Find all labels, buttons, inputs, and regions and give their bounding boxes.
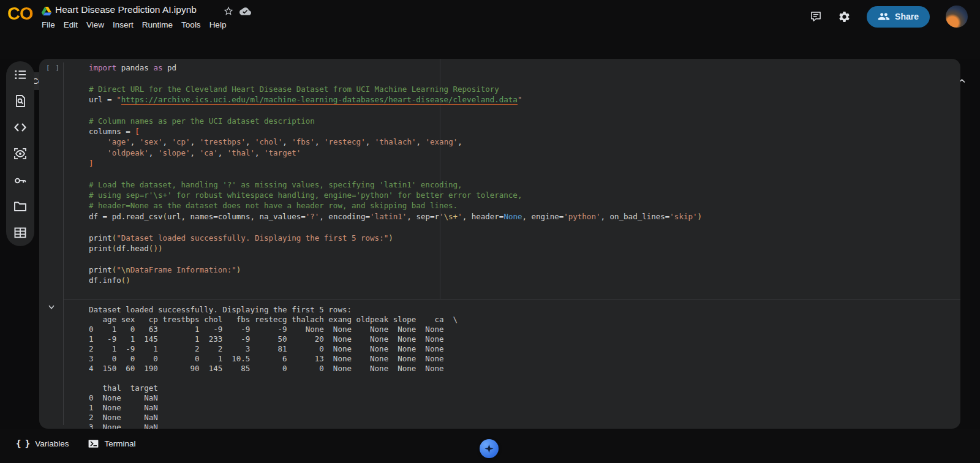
- colab-app-window: CO Heart Disease Prediction AI.ipynb Fil…: [0, 0, 980, 463]
- collapse-output-chevron-icon[interactable]: [47, 302, 56, 312]
- comments-icon[interactable]: [810, 10, 822, 23]
- share-button[interactable]: Share: [867, 6, 930, 28]
- menu-view[interactable]: View: [86, 20, 104, 29]
- table-of-contents-icon[interactable]: [13, 67, 28, 82]
- left-sidebar: [6, 61, 34, 246]
- header-actions: Share: [810, 6, 968, 28]
- menu-file[interactable]: File: [42, 20, 55, 29]
- cell-gutter-line: [63, 62, 64, 425]
- colab-logo[interactable]: CO: [7, 4, 33, 24]
- notebook-panel: [ ] import pandas as pd # Direct URL for…: [39, 59, 960, 429]
- secrets-key-icon[interactable]: [13, 173, 28, 187]
- menu-edit[interactable]: Edit: [64, 20, 78, 29]
- settings-gear-icon[interactable]: [838, 10, 851, 23]
- menu-runtime[interactable]: Runtime: [142, 20, 173, 29]
- variables-label: Variables: [35, 439, 69, 448]
- gemini-spark-button[interactable]: [480, 439, 499, 458]
- user-avatar[interactable]: [946, 6, 968, 28]
- cell-run-indicator[interactable]: [ ]: [46, 64, 60, 72]
- notebook-title[interactable]: Heart Disease Prediction AI.ipynb: [55, 4, 197, 15]
- header-bar: CO Heart Disease Prediction AI.ipynb Fil…: [0, 0, 980, 36]
- terminal-icon: [88, 438, 99, 450]
- notebook-toolbar: Commands Code Text Run all Connect: [0, 36, 980, 59]
- menu-tools[interactable]: Tools: [181, 20, 201, 29]
- share-label: Share: [895, 12, 919, 21]
- cell-output-text: Dataset loaded successfully. Displaying …: [89, 305, 458, 429]
- menu-insert[interactable]: Insert: [113, 20, 134, 29]
- ai-scan-eye-icon[interactable]: [13, 146, 28, 161]
- code-editor[interactable]: import pandas as pd # Direct URL for the…: [89, 62, 702, 285]
- code-snippets-icon[interactable]: [13, 120, 28, 135]
- braces-icon: { }: [16, 439, 29, 448]
- menu-help[interactable]: Help: [209, 20, 227, 29]
- people-icon: [878, 10, 890, 23]
- menu-bar: File Edit View Insert Runtime Tools Help: [42, 20, 226, 29]
- terminal-button[interactable]: Terminal: [88, 435, 136, 452]
- google-drive-icon: [41, 6, 52, 17]
- files-folder-icon[interactable]: [13, 199, 28, 214]
- cloud-saved-icon[interactable]: [239, 6, 251, 17]
- output-divider: [63, 299, 960, 299]
- data-table-icon[interactable]: [13, 225, 28, 240]
- star-icon[interactable]: [223, 6, 234, 17]
- spark-icon: [484, 443, 494, 454]
- terminal-label: Terminal: [105, 439, 136, 448]
- find-replace-icon[interactable]: [13, 94, 28, 108]
- bottom-bar-items: { } Variables Terminal: [16, 435, 136, 452]
- variables-button[interactable]: { } Variables: [16, 435, 69, 452]
